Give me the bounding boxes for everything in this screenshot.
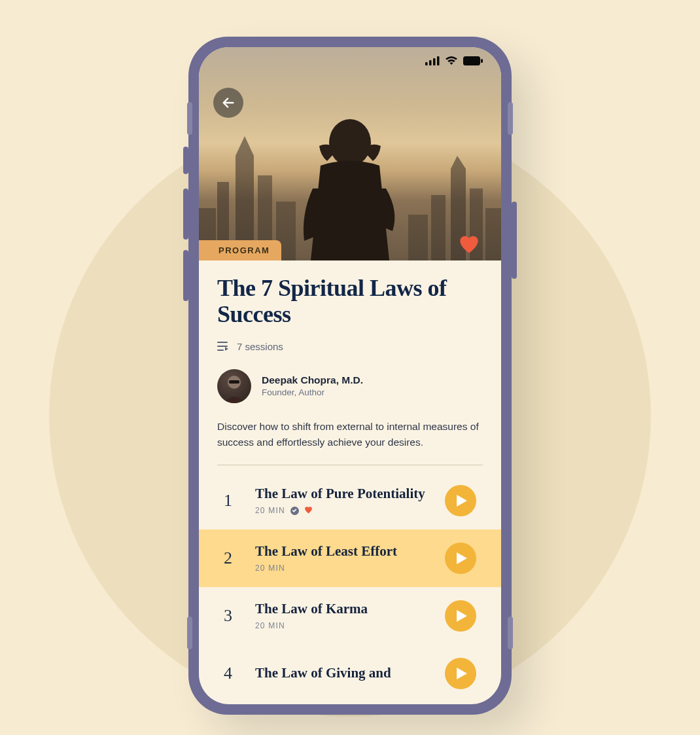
- author-row[interactable]: Deepak Chopra, M.D. Founder, Author: [217, 369, 483, 403]
- session-body: The Law of Giving and: [255, 665, 430, 681]
- session-row[interactable]: 2The Law of Least Effort20 MIN: [199, 529, 501, 587]
- author-avatar: [217, 369, 251, 403]
- phone-frame: PROGRAM The 7 Spiritual Laws of Success …: [188, 37, 512, 715]
- program-description: Discover how to shift from external to i…: [217, 419, 483, 450]
- svg-marker-26: [457, 668, 467, 679]
- svg-rect-14: [437, 56, 440, 65]
- play-button[interactable]: [445, 485, 476, 516]
- svg-rect-6: [431, 195, 446, 260]
- session-meta: 20 MIN: [255, 621, 430, 630]
- program-tag: PROGRAM: [199, 240, 281, 260]
- svg-marker-24: [457, 552, 467, 564]
- play-button[interactable]: [445, 658, 476, 689]
- author-role: Founder, Author: [262, 387, 363, 397]
- play-icon: [457, 552, 467, 564]
- status-bar: [425, 56, 483, 65]
- play-button[interactable]: [445, 600, 476, 632]
- phone-side-button: [183, 147, 188, 174]
- content-area: The 7 Spiritual Laws of Success 7 sessio…: [199, 260, 501, 702]
- play-icon: [457, 495, 467, 507]
- session-duration: 20 MIN: [255, 621, 285, 630]
- hero-image: PROGRAM: [199, 47, 501, 260]
- phone-power-button: [512, 202, 517, 279]
- battery-icon: [463, 56, 483, 65]
- session-title: The Law of Karma: [255, 601, 430, 617]
- completed-icon: [290, 507, 299, 515]
- sessions-list: 1The Law of Pure Potentiality20 MIN2The …: [217, 472, 483, 702]
- sessions-count: 7 sessions: [237, 341, 283, 352]
- divider: [217, 465, 483, 465]
- author-name: Deepak Chopra, M.D.: [262, 374, 363, 386]
- svg-rect-13: [433, 58, 436, 65]
- phone-volume-down: [183, 250, 188, 301]
- session-body: The Law of Pure Potentiality20 MIN: [255, 486, 430, 516]
- heart-icon: [458, 234, 480, 254]
- play-icon: [457, 610, 467, 622]
- session-row[interactable]: 1The Law of Pure Potentiality20 MIN: [199, 472, 501, 529]
- svg-marker-23: [457, 495, 467, 507]
- heart-icon: [304, 506, 313, 516]
- play-icon: [457, 668, 467, 679]
- svg-rect-15: [463, 56, 480, 65]
- phone-volume-up: [183, 188, 188, 240]
- signal-icon: [425, 56, 440, 65]
- frame-notch: [187, 102, 192, 135]
- playlist-icon: [217, 341, 229, 351]
- program-title: The 7 Spiritual Laws of Success: [217, 275, 483, 328]
- svg-rect-11: [425, 62, 428, 65]
- session-meta: 20 MIN: [255, 564, 430, 573]
- svg-rect-16: [481, 59, 483, 63]
- session-number: 3: [224, 606, 241, 626]
- back-button[interactable]: [213, 88, 243, 118]
- frame-notch: [508, 102, 513, 135]
- session-title: The Law of Pure Potentiality: [255, 486, 430, 502]
- play-button[interactable]: [445, 543, 476, 574]
- screen: PROGRAM The 7 Spiritual Laws of Success …: [199, 47, 501, 704]
- session-title: The Law of Least Effort: [255, 543, 430, 560]
- session-meta: 20 MIN: [255, 506, 430, 516]
- wifi-icon: [445, 56, 458, 65]
- session-number: 1: [224, 491, 241, 511]
- frame-notch: [508, 617, 513, 649]
- arrow-left-icon: [221, 96, 236, 110]
- svg-marker-20: [225, 347, 228, 351]
- frame-notch: [187, 617, 192, 649]
- svg-rect-12: [429, 60, 432, 65]
- session-row[interactable]: 4The Law of Giving and: [199, 645, 501, 702]
- session-duration: 20 MIN: [255, 506, 285, 515]
- session-body: The Law of Karma20 MIN: [255, 601, 430, 630]
- svg-point-10: [329, 119, 371, 166]
- favorite-button[interactable]: [458, 234, 480, 257]
- session-number: 2: [224, 548, 241, 568]
- svg-rect-9: [485, 208, 501, 260]
- session-row[interactable]: 3The Law of Karma20 MIN: [199, 587, 501, 645]
- sessions-meta: 7 sessions: [217, 341, 483, 352]
- session-duration: 20 MIN: [255, 564, 285, 573]
- session-title: The Law of Giving and: [255, 665, 430, 681]
- session-body: The Law of Least Effort20 MIN: [255, 543, 430, 573]
- session-number: 4: [224, 664, 241, 683]
- person-silhouette: [288, 110, 412, 260]
- svg-rect-22: [229, 380, 239, 384]
- svg-marker-25: [457, 610, 467, 622]
